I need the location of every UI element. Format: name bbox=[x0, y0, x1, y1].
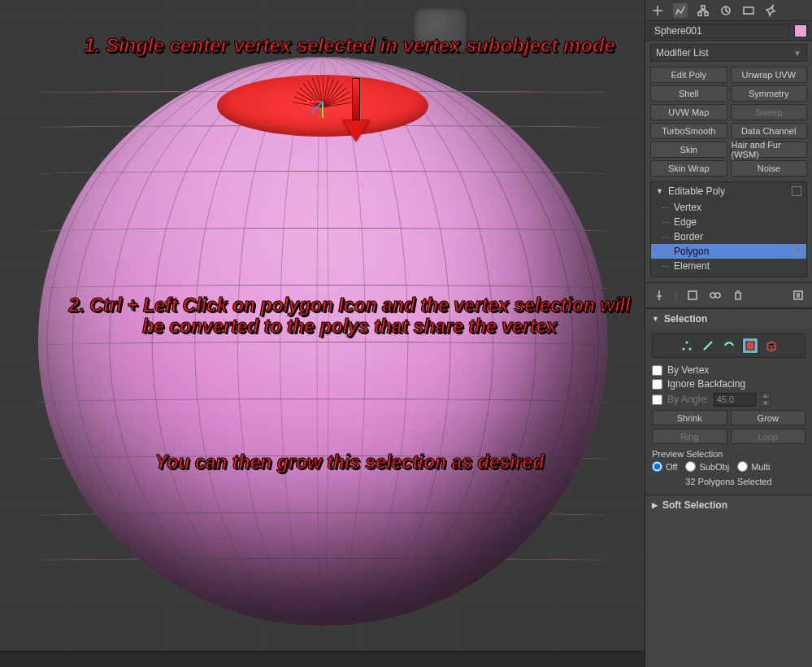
modifier-shell[interactable]: Shell bbox=[650, 85, 727, 102]
create-tab-icon[interactable] bbox=[650, 3, 665, 18]
ignore-backfacing-input[interactable] bbox=[652, 379, 662, 390]
rollup-soft-selection-title: Soft Selection bbox=[662, 499, 727, 511]
svg-rect-0 bbox=[701, 6, 705, 9]
modifier-stack: ▼ Editable Poly Vertex Edge Border Polyg… bbox=[650, 181, 807, 277]
rollup-selection-title: Selection bbox=[664, 313, 707, 325]
expand-icon: ▼ bbox=[656, 187, 663, 195]
modifier-symmetry[interactable]: Symmetry bbox=[731, 85, 808, 102]
preview-selection-radios: Off SubObj Multi bbox=[652, 461, 805, 472]
annotation-2: 2. Ctrl + Left Click on polygon Icon and… bbox=[57, 294, 642, 338]
object-name-input[interactable] bbox=[650, 24, 789, 38]
toolbar-separator: | bbox=[675, 290, 677, 301]
stack-root[interactable]: ▼ Editable Poly bbox=[651, 182, 806, 200]
make-unique-icon[interactable] bbox=[708, 288, 723, 303]
viewport[interactable]: 1. Single center vertex selected in vert… bbox=[0, 0, 645, 651]
collapse-icon: ▶ bbox=[652, 501, 658, 509]
vertex-icon[interactable] bbox=[679, 338, 695, 354]
preview-off-radio[interactable]: Off bbox=[652, 461, 677, 472]
by-angle-value bbox=[714, 393, 756, 407]
modifier-edit-poly[interactable]: Edit Poly bbox=[650, 67, 727, 83]
by-vertex-checkbox[interactable]: By Vertex bbox=[652, 364, 805, 376]
modify-tab-icon[interactable] bbox=[673, 3, 688, 18]
svg-point-10 bbox=[685, 342, 688, 344]
chevron-down-icon: ▼ bbox=[793, 49, 801, 58]
sphere-surface bbox=[38, 57, 607, 626]
stack-root-label: Editable Poly bbox=[668, 185, 725, 197]
rollup-soft-selection-header[interactable]: ▶ Soft Selection bbox=[645, 495, 812, 515]
svg-rect-4 bbox=[744, 7, 753, 14]
modifier-data-channel[interactable]: Data Channel bbox=[731, 123, 808, 139]
selection-status: 32 Polygons Selected bbox=[652, 477, 805, 486]
svg-rect-12 bbox=[746, 342, 754, 350]
stack-toolbar: | bbox=[645, 282, 812, 308]
rollup-selection-header[interactable]: ▼ Selection bbox=[645, 309, 812, 329]
stack-visibility-toggle[interactable] bbox=[792, 186, 801, 196]
ignore-backfacing-checkbox[interactable]: Ignore Backfacing bbox=[652, 378, 805, 390]
grow-button[interactable]: Grow bbox=[731, 410, 806, 425]
rollup-selection: ▼ Selection By Vertex Ignore Backfacing bbox=[645, 308, 812, 495]
stack-sub-polygon[interactable]: Polygon bbox=[651, 244, 806, 259]
preview-subobj-radio[interactable]: SubObj bbox=[685, 461, 729, 472]
svg-point-6 bbox=[710, 293, 715, 298]
svg-rect-1 bbox=[698, 12, 701, 15]
polygon-icon[interactable] bbox=[742, 338, 758, 354]
by-vertex-input[interactable] bbox=[652, 365, 662, 376]
ring-button: Ring bbox=[652, 429, 727, 444]
annotation-3: You can then grow this selection as desi… bbox=[57, 451, 642, 473]
subobject-level-icons bbox=[652, 334, 805, 358]
stack-sub-element[interactable]: Element bbox=[651, 259, 806, 273]
object-color-swatch[interactable] bbox=[794, 24, 807, 37]
annotation-1: 1. Single center vertex selected in vert… bbox=[57, 34, 642, 57]
svg-point-7 bbox=[715, 293, 720, 298]
loop-button: Loop bbox=[731, 429, 806, 444]
by-angle-label: By Angle: bbox=[667, 394, 709, 405]
pin-stack-icon[interactable] bbox=[652, 288, 667, 303]
preview-multi-radio[interactable]: Multi bbox=[737, 461, 770, 472]
configure-modifier-sets-icon[interactable] bbox=[791, 288, 805, 303]
modifier-uvw-map[interactable]: UVW Map bbox=[650, 104, 727, 120]
modifier-skin[interactable]: Skin bbox=[650, 142, 727, 158]
rollup-soft-selection: ▶ Soft Selection bbox=[645, 495, 812, 515]
ignore-backfacing-label: Ignore Backfacing bbox=[667, 378, 745, 390]
modifier-noise[interactable]: Noise bbox=[731, 160, 808, 177]
modifier-unwrap-uvw[interactable]: Unwrap UVW bbox=[731, 67, 808, 83]
spinner-arrows[interactable]: ▲▼ bbox=[761, 392, 771, 407]
modifier-quick-buttons: Edit Poly Unwrap UVW Shell Symmetry UVW … bbox=[645, 65, 812, 181]
motion-tab-icon[interactable] bbox=[719, 3, 733, 18]
stack-sub-polygon-label: Polygon bbox=[674, 246, 709, 257]
by-angle-row: By Angle: ▲▼ bbox=[652, 392, 805, 407]
stack-sub-visibility[interactable] bbox=[793, 246, 801, 255]
modifier-list-label: Modifier List bbox=[656, 47, 709, 59]
hierarchy-tab-icon[interactable] bbox=[696, 3, 710, 18]
border-icon[interactable] bbox=[721, 338, 737, 354]
modifier-list-dropdown[interactable]: Modifier List ▼ bbox=[650, 44, 807, 62]
gizmo-y-axis[interactable] bbox=[322, 102, 323, 118]
command-panel: Modifier List ▼ Edit Poly Unwrap UVW She… bbox=[645, 0, 812, 667]
modifier-skin-wrap[interactable]: Skin Wrap bbox=[650, 160, 727, 177]
utilities-tab-icon[interactable] bbox=[764, 3, 779, 18]
svg-point-11 bbox=[688, 348, 691, 351]
expand-icon: ▼ bbox=[652, 315, 659, 323]
annotation-arrow bbox=[342, 78, 367, 143]
stack-sub-vertex[interactable]: Vertex bbox=[651, 200, 806, 215]
show-end-result-icon[interactable] bbox=[685, 288, 700, 303]
by-angle-checkbox[interactable] bbox=[652, 395, 662, 405]
element-icon[interactable] bbox=[763, 338, 779, 354]
modifier-hair-fur[interactable]: Hair and Fur (WSM) bbox=[731, 142, 808, 158]
preview-selection-label: Preview Selection bbox=[652, 449, 805, 459]
command-panel-tabs bbox=[645, 0, 812, 21]
stack-sub-edge[interactable]: Edge bbox=[651, 215, 806, 229]
modifier-turbosmooth[interactable]: TurboSmooth bbox=[650, 123, 727, 139]
remove-modifier-icon[interactable] bbox=[731, 288, 745, 303]
sphere-object[interactable] bbox=[38, 57, 607, 626]
stack-sub-border[interactable]: Border bbox=[651, 229, 806, 244]
svg-point-9 bbox=[682, 348, 684, 351]
svg-rect-5 bbox=[688, 291, 697, 299]
display-tab-icon[interactable] bbox=[741, 3, 756, 18]
shrink-button[interactable]: Shrink bbox=[652, 410, 727, 425]
transform-gizmo[interactable] bbox=[306, 94, 339, 126]
edge-icon[interactable] bbox=[700, 338, 716, 354]
modifier-sweep: Sweep bbox=[731, 104, 808, 120]
by-vertex-label: By Vertex bbox=[667, 364, 709, 376]
svg-rect-2 bbox=[705, 12, 708, 15]
